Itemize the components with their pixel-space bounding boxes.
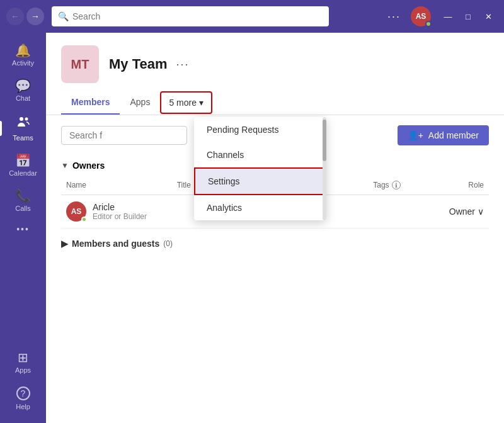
member-info: AS Aricle Editor or Builder <box>61 201 172 222</box>
team-avatar: MT <box>61 45 99 83</box>
dropdown-item-pending[interactable]: Pending Requests <box>194 117 326 142</box>
search-bar: 🔍 <box>52 6 329 26</box>
member-name: Aricle <box>93 202 147 212</box>
guests-count: (0) <box>163 239 173 248</box>
member-name-detail: Aricle Editor or Builder <box>93 202 147 221</box>
avatar-button[interactable]: AS <box>411 6 431 26</box>
close-button[interactable]: ✕ <box>479 7 498 26</box>
sidebar-label-activity: Activity <box>12 59 34 67</box>
dropdown-menu: Pending Requests Channels Settings Analy… <box>194 117 326 220</box>
activity-icon: 🔔 <box>15 44 31 57</box>
teams-icon <box>16 115 31 132</box>
chevron-down-icon: ▾ <box>199 98 203 108</box>
sidebar-label-help: Help <box>16 403 30 410</box>
avatar-initials: AS <box>416 12 427 21</box>
member-role-dropdown[interactable]: Owner ∨ <box>428 206 489 217</box>
avatar-online-indicator <box>425 21 432 27</box>
more-options-button[interactable]: ··· <box>382 8 406 26</box>
guests-chevron-icon: ▶ <box>61 239 68 249</box>
guests-section-label: Members and guests <box>72 239 159 249</box>
minimize-button[interactable]: — <box>438 7 457 26</box>
col-tags-label: Tags <box>373 181 389 189</box>
title-bar-right: ··· AS — □ ✕ <box>382 6 498 26</box>
sidebar-item-chat[interactable]: 💬 Chat <box>0 73 46 108</box>
sidebar-label-teams: Teams <box>13 134 33 142</box>
tags-info-icon[interactable]: ℹ <box>392 181 401 189</box>
col-header-tags: Tags ℹ <box>368 178 428 192</box>
add-member-button[interactable]: 👤+ Add member <box>398 125 489 145</box>
add-member-label: Add member <box>428 130 479 140</box>
col-header-name: Name <box>61 178 172 192</box>
svg-point-1 <box>25 118 28 121</box>
member-role-chevron-icon: ∨ <box>478 206 484 217</box>
owners-section-label: Owners <box>72 161 105 171</box>
team-name-row: My Team ··· <box>109 56 192 72</box>
tab-members[interactable]: Members <box>61 91 120 115</box>
more-tab-label: 5 more <box>169 98 197 108</box>
nav-back-button[interactable]: ← <box>6 8 24 25</box>
sidebar-item-activity[interactable]: 🔔 Activity <box>0 38 46 73</box>
add-member-icon: 👤+ <box>408 130 423 140</box>
sidebar-label-apps: Apps <box>15 366 31 374</box>
sidebar-item-help[interactable]: ? Help <box>0 380 46 417</box>
member-avatar: AS <box>66 201 86 222</box>
dropdown-item-channels[interactable]: Channels <box>194 142 326 167</box>
team-header: MT My Team ··· <box>46 33 504 91</box>
sidebar-item-calls[interactable]: 📞 Calls <box>0 183 46 218</box>
content-area: MT My Team ··· Members Apps 5 more ▾ Pen… <box>46 33 504 423</box>
search-input[interactable] <box>72 11 323 21</box>
member-initials: AS <box>71 207 82 216</box>
calls-icon: 📞 <box>15 189 31 202</box>
sidebar-bottom: ⊞ Apps ? Help <box>0 345 46 423</box>
title-bar: ← → 🔍 ··· AS — □ ✕ <box>0 0 504 33</box>
help-icon: ? <box>16 386 30 400</box>
search-icon: 🔍 <box>58 11 69 21</box>
search-members-input[interactable] <box>61 126 187 145</box>
sidebar-item-more[interactable]: ••• <box>0 218 46 240</box>
sidebar-label-calls: Calls <box>15 205 30 212</box>
tabs-row: Members Apps 5 more ▾ Pending Requests C… <box>46 91 504 115</box>
sidebar-label-calendar: Calendar <box>9 169 37 177</box>
window-controls: — □ ✕ <box>438 7 498 26</box>
member-role-label: Owner <box>449 206 475 217</box>
owners-chevron-icon: ▼ <box>61 161 69 170</box>
tab-apps[interactable]: Apps <box>120 91 160 115</box>
nav-forward-button[interactable]: → <box>26 8 44 25</box>
dropdown-scroll-thumb <box>323 120 326 161</box>
sidebar-item-calendar[interactable]: 📅 Calendar <box>0 148 46 183</box>
col-header-role: Role <box>428 178 489 192</box>
svg-point-0 <box>20 117 23 121</box>
dropdown-item-analytics[interactable]: Analytics <box>194 195 326 220</box>
guests-section-header[interactable]: ▶ Members and guests (0) <box>61 239 489 249</box>
guests-section: ▶ Members and guests (0) <box>61 239 489 249</box>
main-layout: 🔔 Activity 💬 Chat Teams 📅 Calendar 📞 <box>0 33 504 423</box>
apps-icon: ⊞ <box>18 351 28 364</box>
team-more-button[interactable]: ··· <box>174 58 192 71</box>
team-name: My Team <box>109 56 168 72</box>
member-subtitle: Editor or Builder <box>93 212 147 221</box>
tab-more-button[interactable]: 5 more ▾ <box>160 91 212 114</box>
nav-buttons: ← → <box>6 8 44 25</box>
team-info: My Team ··· <box>109 56 192 72</box>
more-icon: ••• <box>16 225 30 234</box>
calendar-icon: 📅 <box>15 154 31 167</box>
dropdown-scrollbar[interactable] <box>323 117 326 220</box>
member-online-indicator <box>81 217 87 222</box>
sidebar: 🔔 Activity 💬 Chat Teams 📅 Calendar 📞 <box>0 33 46 423</box>
maximize-button[interactable]: □ <box>459 7 478 26</box>
dropdown-item-settings[interactable]: Settings <box>194 167 326 195</box>
sidebar-item-teams[interactable]: Teams <box>0 108 46 148</box>
chat-icon: 💬 <box>15 79 31 92</box>
sidebar-label-chat: Chat <box>16 94 30 102</box>
sidebar-item-apps[interactable]: ⊞ Apps <box>0 345 46 380</box>
